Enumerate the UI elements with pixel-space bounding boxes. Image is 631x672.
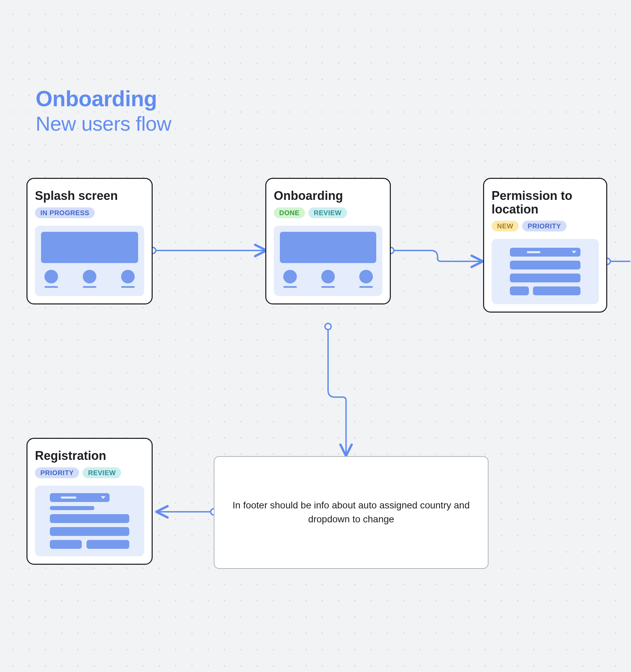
badge-row: DONE REVIEW [274,207,382,218]
preview-thumbnail [492,239,599,304]
title-main: Onboarding [36,88,171,110]
badge-review: REVIEW [82,467,121,478]
badge-review: REVIEW [308,207,347,218]
preview-thumbnail [35,486,144,556]
badge-row: NEW PRIORITY [492,221,599,231]
diagram-title: Onboarding New users flow [36,88,171,136]
svg-point-3 [325,323,331,330]
annotation-note[interactable]: In footer should be info about auto assi… [214,456,489,569]
badge-done: DONE [274,207,305,218]
preview-thumbnail [274,226,382,296]
badge-row: PRIORITY REVIEW [35,467,144,478]
preview-thumbnail [35,226,144,296]
card-splash-screen[interactable]: Splash screen IN PROGRESS [26,178,153,304]
card-title: Onboarding [274,189,382,203]
badge-row: IN PROGRESS [35,207,144,218]
badge-in-progress: IN PROGRESS [35,207,95,218]
card-onboarding[interactable]: Onboarding DONE REVIEW [265,178,391,304]
badge-priority: PRIORITY [522,221,566,231]
card-title: Splash screen [35,189,144,203]
card-permission-location[interactable]: Permission to location NEW PRIORITY [483,178,607,313]
flow-canvas[interactable]: Onboarding New users flow Splash screen … [0,0,631,672]
title-sub: New users flow [36,112,171,136]
card-title: Permission to location [492,189,599,216]
badge-new: NEW [492,221,519,231]
card-title: Registration [35,449,144,463]
badge-priority: PRIORITY [35,467,79,478]
card-registration[interactable]: Registration PRIORITY REVIEW [26,438,153,565]
note-text: In footer should be info about auto assi… [228,499,474,526]
